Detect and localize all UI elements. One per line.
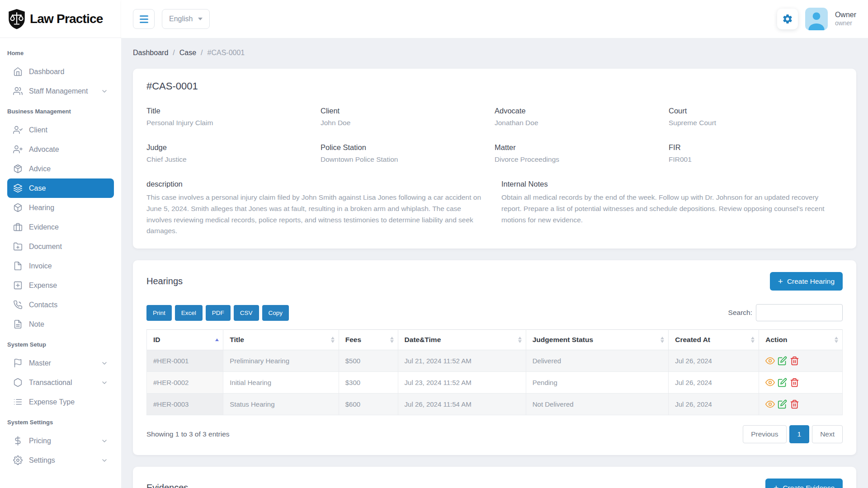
sidebar-item-label: Master: [29, 359, 51, 367]
user-role: owner: [835, 19, 856, 28]
user-check-icon: [13, 125, 23, 135]
sort-asc-icon: [215, 338, 219, 341]
hearings-table: ID Title Fees Date&Time Judgement Status…: [146, 329, 843, 415]
excel-button[interactable]: Excel: [175, 305, 203, 321]
edit-icon[interactable]: [778, 399, 787, 409]
user-plus-icon: [13, 145, 23, 154]
sort-icon: [331, 337, 335, 343]
breadcrumb-case[interactable]: Case: [179, 49, 196, 57]
sidebar-item-dashboard[interactable]: Dashboard: [7, 62, 114, 81]
sort-icon: [660, 337, 664, 343]
hearings-search-input[interactable]: [756, 304, 843, 321]
sidebar-item-label: Advice: [29, 165, 51, 173]
sidebar-item-note[interactable]: Note: [7, 314, 114, 334]
view-icon[interactable]: [765, 356, 775, 366]
sidebar-item-advocate[interactable]: Advocate: [7, 140, 114, 159]
sidebar-item-evidence[interactable]: Evidence: [7, 217, 114, 237]
field-description: description This case involves a persona…: [146, 180, 488, 237]
status-badge: Pending: [526, 372, 668, 394]
sidebar-item-document[interactable]: Document: [7, 237, 114, 256]
sidebar-item-invoice[interactable]: Invoice: [7, 256, 114, 276]
sidebar-item-hearing[interactable]: Hearing: [7, 198, 114, 217]
sidebar-item-contacts[interactable]: Contacts: [7, 295, 114, 314]
col-id[interactable]: ID: [147, 330, 223, 350]
field-matter: Matter Divorce Proceedings: [495, 143, 669, 164]
view-icon[interactable]: [765, 378, 775, 387]
sidebar-item-client[interactable]: Client: [7, 120, 114, 140]
sidebar-item-transactional[interactable]: Transactional: [7, 373, 114, 392]
col-datetime[interactable]: Date&Time: [398, 330, 526, 350]
sort-icon: [518, 337, 522, 343]
delete-icon[interactable]: [790, 399, 799, 409]
delete-icon[interactable]: [790, 356, 799, 366]
delete-icon[interactable]: [790, 378, 799, 387]
pdf-button[interactable]: PDF: [206, 305, 231, 321]
create-evidence-button[interactable]: + Create Evidence: [765, 479, 843, 488]
sort-icon: [835, 337, 838, 343]
page-1-button[interactable]: 1: [789, 425, 810, 443]
app-title: Law Practice: [30, 12, 103, 26]
sidebar-item-label: Evidence: [29, 223, 59, 231]
sidebar-item-advice[interactable]: Advice: [7, 159, 114, 178]
sort-icon: [390, 337, 394, 343]
language-value: English: [169, 15, 193, 23]
edit-icon[interactable]: [778, 378, 787, 387]
codesandbox-icon: [13, 164, 23, 174]
view-icon[interactable]: [765, 399, 775, 409]
breadcrumb-dashboard[interactable]: Dashboard: [133, 49, 168, 57]
plus-icon: +: [778, 277, 783, 286]
previous-page-button[interactable]: Previous: [743, 425, 786, 443]
sidebar-item-label: Note: [29, 320, 44, 328]
edit-icon[interactable]: [778, 356, 787, 366]
field-client: Client John Doe: [321, 107, 495, 127]
sidebar-item-label: Invoice: [29, 262, 52, 270]
print-button[interactable]: Print: [146, 305, 172, 321]
flag-icon: [13, 358, 23, 368]
sidebar: Law Practice Home Dashboard Staff Manage…: [0, 0, 121, 488]
case-detail-card: #CAS-0001 Title Personal Injury Claim Cl…: [133, 69, 856, 249]
col-created-at[interactable]: Created At: [669, 330, 759, 350]
sidebar-item-label: Transactional: [29, 379, 72, 387]
sidebar-item-master[interactable]: Master: [7, 353, 114, 373]
field-court: Court Supreme Court: [669, 107, 843, 127]
field-fir: FIR FIR001: [669, 143, 843, 164]
sidebar-nav: Home Dashboard Staff Management Business…: [0, 38, 121, 474]
avatar[interactable]: [805, 8, 828, 30]
table-row: #HER-0003 Status Hearing $600 Jul 26, 20…: [147, 394, 843, 415]
sidebar-item-staff-management[interactable]: Staff Management: [7, 81, 114, 101]
sidebar-item-pricing[interactable]: Pricing: [7, 431, 114, 450]
layers-icon: [13, 183, 23, 193]
nav-section-system-setup: System Setup: [7, 341, 113, 348]
case-long-fields: description This case involves a persona…: [146, 180, 843, 237]
menu-toggle-button[interactable]: [133, 9, 155, 29]
sidebar-item-settings[interactable]: Settings: [7, 450, 114, 470]
csv-button[interactable]: CSV: [234, 305, 259, 321]
nav-section-home: Home: [7, 50, 113, 56]
sidebar-item-label: Case: [29, 184, 46, 192]
col-judgement-status[interactable]: Judgement Status: [526, 330, 668, 350]
field-internal-notes: Internal Notes Obtain all medical record…: [501, 180, 843, 237]
hexagon-icon: [13, 378, 23, 387]
caret-down-icon: [198, 18, 203, 20]
sidebar-item-case[interactable]: Case: [7, 178, 114, 198]
chevron-down-icon: [101, 379, 108, 386]
app-logo[interactable]: Law Practice: [0, 0, 121, 38]
sidebar-item-expense[interactable]: Expense: [7, 276, 114, 295]
col-action[interactable]: Action: [759, 330, 843, 350]
language-dropdown[interactable]: English: [162, 9, 210, 29]
plus-icon: +: [774, 483, 778, 488]
table-row: #HER-0001 Preliminary Hearing $500 Jul 2…: [147, 350, 843, 372]
sort-icon: [751, 337, 755, 343]
settings-button[interactable]: [777, 9, 798, 29]
col-title[interactable]: Title: [223, 330, 339, 350]
sidebar-item-expense-type[interactable]: Expense Type: [7, 392, 114, 412]
list-icon: [13, 397, 23, 407]
user-block[interactable]: Owner owner: [835, 10, 856, 28]
next-page-button[interactable]: Next: [812, 425, 843, 443]
col-fees[interactable]: Fees: [339, 330, 398, 350]
hearings-card: Hearings + Create Hearing Print Excel PD…: [133, 260, 856, 455]
status-badge: Not Delivered: [526, 394, 668, 415]
copy-button[interactable]: Copy: [262, 305, 289, 321]
create-hearing-button[interactable]: + Create Hearing: [770, 272, 843, 291]
topbar: English Owner owner: [121, 0, 868, 38]
